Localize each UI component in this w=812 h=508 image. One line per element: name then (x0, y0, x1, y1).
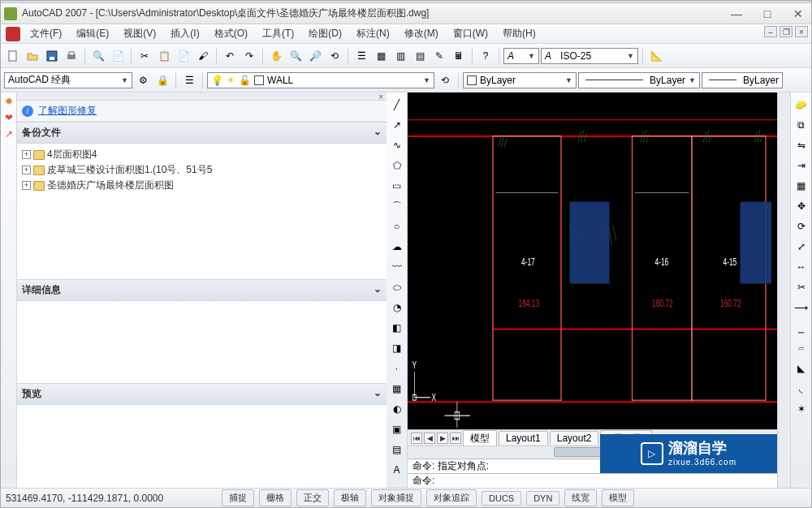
zoom-window-icon[interactable]: 🔎 (306, 47, 324, 65)
point-icon[interactable]: · (388, 359, 406, 377)
fillet-icon[interactable]: ◟ (793, 380, 810, 398)
window-titlebar[interactable]: AutoCAD 2007 - [C:\Users\Administrator\D… (1, 3, 811, 24)
lwt-button[interactable]: 线宽 (564, 489, 597, 506)
tab-model[interactable]: 模型 (463, 430, 497, 446)
pan-icon[interactable]: ✋ (267, 47, 285, 65)
layer-dropdown[interactable]: 💡 ☀ 🔓 WALL ▼ (207, 72, 434, 88)
heart-icon[interactable]: ❤ (5, 112, 13, 123)
ortho-button[interactable]: 正交 (296, 489, 329, 506)
mirror-icon[interactable]: ⇋ (793, 136, 810, 154)
undo-icon[interactable]: ↶ (221, 47, 239, 65)
help-icon[interactable]: ? (477, 47, 495, 65)
sheetset-icon[interactable]: ▤ (411, 47, 429, 65)
layer-previous-icon[interactable]: ⟲ (436, 71, 454, 89)
menu-format[interactable]: 格式(O) (209, 25, 253, 42)
arc-icon[interactable]: ⌒ (388, 197, 406, 215)
collapse-icon[interactable]: ⌄ (374, 387, 382, 401)
chamfer-icon[interactable]: ◣ (793, 359, 810, 377)
coordinates-display[interactable]: 531469.4170, -111429.1871, 0.0000 (6, 493, 217, 504)
ducs-button[interactable]: DUCS (482, 491, 521, 506)
mdi-restore-icon[interactable]: ❐ (780, 26, 793, 37)
tree-item[interactable]: +皮草城三楼设计面积图1.(10号、51号5 (20, 162, 383, 178)
otrack-button[interactable]: 对象追踪 (426, 489, 477, 506)
plot-preview-icon[interactable]: 🔍 (89, 47, 107, 65)
move-icon[interactable]: ✥ (793, 197, 810, 215)
offset-icon[interactable]: ⇥ (793, 157, 810, 174)
toolpalettes-icon[interactable]: ▥ (391, 47, 409, 65)
tree-item[interactable]: +圣德婚庆广场最终楼层面积图 (20, 178, 383, 193)
lineweight-dropdown[interactable]: ByLayer (702, 72, 783, 88)
open-icon[interactable] (24, 47, 41, 65)
mdi-close-icon[interactable]: × (795, 26, 808, 37)
trim-icon[interactable]: ✂ (793, 278, 810, 296)
ellipse-arc-icon[interactable]: ◔ (388, 299, 406, 316)
join-icon[interactable]: ⎓ (793, 339, 810, 357)
calc-icon[interactable]: 🖩 (450, 47, 468, 65)
array-icon[interactable]: ▦ (793, 177, 810, 195)
copy-obj-icon[interactable]: ⧉ (793, 116, 810, 134)
mdi-minimize-icon[interactable]: – (764, 26, 777, 37)
snap-button[interactable]: 捕捉 (222, 489, 254, 506)
app-menu-icon[interactable] (6, 27, 20, 41)
markup-icon[interactable]: ✎ (430, 47, 448, 65)
tab-prev-icon[interactable]: ◀ (424, 433, 435, 444)
menu-tools[interactable]: 工具(T) (257, 25, 299, 42)
collapse-icon[interactable]: ⌄ (374, 283, 382, 297)
color-dropdown[interactable]: ByLayer▼ (463, 72, 577, 88)
properties-icon[interactable]: ☰ (352, 47, 370, 65)
cut-icon[interactable]: ✂ (136, 47, 153, 65)
spline-icon[interactable]: 〰 (388, 258, 406, 276)
osnap-button[interactable]: 对象捕捉 (371, 489, 421, 506)
tree-item[interactable]: +4层面积图4 (20, 147, 383, 162)
erase-icon[interactable]: 🧽 (793, 96, 810, 114)
circle-icon[interactable]: ○ (388, 217, 406, 235)
preview-section-header[interactable]: 预览 ⌄ (17, 383, 387, 405)
designcenter-icon[interactable]: ▦ (372, 47, 390, 65)
linetype-dropdown[interactable]: ByLayer▼ (578, 72, 700, 88)
stretch-icon[interactable]: ↔ (793, 258, 810, 276)
menu-file[interactable]: 文件(F) (25, 25, 67, 42)
share-icon[interactable]: ↗ (5, 128, 13, 140)
menu-window[interactable]: 窗口(W) (448, 25, 493, 42)
scale-icon[interactable]: ⤢ (793, 238, 810, 256)
paste-icon[interactable]: 📄 (175, 47, 192, 65)
print-icon[interactable] (63, 47, 80, 65)
layer-manager-icon[interactable]: ☰ (180, 71, 198, 89)
redo-icon[interactable]: ↷ (240, 47, 258, 65)
detail-section-header[interactable]: 详细信息 ⌄ (17, 279, 387, 301)
tab-first-icon[interactable]: ⏮ (411, 433, 422, 444)
ellipse-icon[interactable]: ⬭ (388, 278, 406, 296)
workspace-dropdown[interactable]: AutoCAD 经典▼ (4, 72, 132, 88)
polygon-icon[interactable]: ⬠ (388, 157, 406, 174)
dim-update-icon[interactable]: 📐 (647, 47, 665, 65)
gradient-icon[interactable]: ◐ (388, 400, 406, 418)
save-icon[interactable] (43, 47, 61, 65)
drawing-canvas[interactable]: 4-17 4-16 4-15 164.13 160.72 160.72 (408, 93, 777, 429)
menu-modify[interactable]: 修改(M) (400, 25, 443, 42)
explode-icon[interactable]: ✶ (793, 400, 810, 418)
mtext-icon[interactable]: A (388, 461, 406, 479)
dyn-button[interactable]: DYN (526, 491, 559, 506)
rotate-icon[interactable]: ⟳ (793, 217, 810, 235)
close-button[interactable]: ✕ (788, 7, 808, 20)
workspace-settings-icon[interactable]: ⚙ (134, 71, 152, 89)
text-style-dropdown[interactable]: A▼ (503, 48, 539, 64)
workspace-lock-icon[interactable]: 🔒 (153, 71, 171, 89)
rectangle-icon[interactable]: ▭ (388, 177, 406, 195)
collapse-icon[interactable]: ⌄ (374, 126, 382, 140)
menu-edit[interactable]: 编辑(E) (71, 25, 114, 42)
minimize-button[interactable]: — (727, 7, 746, 20)
polar-button[interactable]: 极轴 (334, 489, 366, 506)
tab-layout2[interactable]: Layout2 (550, 431, 599, 445)
panel-close-icon[interactable]: × (378, 93, 383, 100)
menu-insert[interactable]: 插入(I) (166, 25, 204, 42)
zoom-previous-icon[interactable]: ⟲ (326, 47, 343, 65)
copy-icon[interactable]: 📋 (155, 47, 173, 65)
polyline-icon[interactable]: ∿ (388, 136, 406, 154)
menu-dimension[interactable]: 标注(N) (352, 25, 395, 42)
menu-view[interactable]: 视图(V) (119, 25, 161, 42)
tab-layout1[interactable]: Layout1 (499, 431, 548, 445)
command-input[interactable]: 命令: (408, 473, 777, 488)
burst-icon[interactable]: ✸ (5, 96, 13, 107)
line-icon[interactable]: ╱ (388, 96, 406, 114)
